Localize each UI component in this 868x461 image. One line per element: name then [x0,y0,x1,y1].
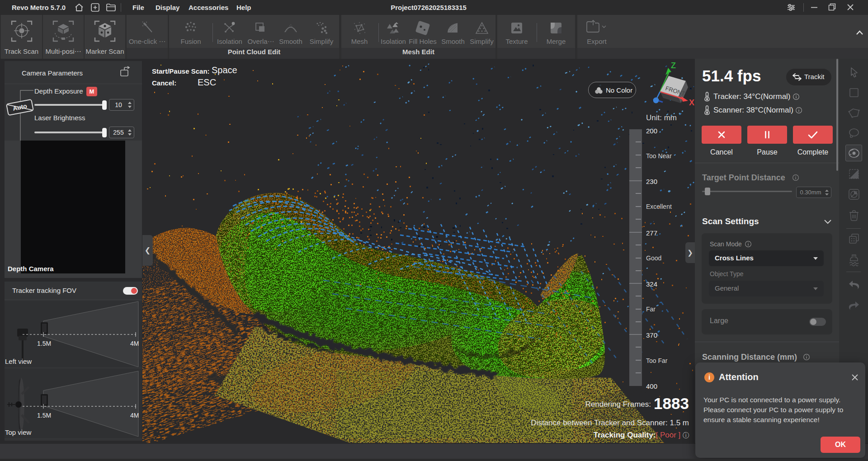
svg-text:1.5M: 1.5M [37,412,51,419]
svg-text:1.5M: 1.5M [37,340,51,347]
svg-text:4M: 4M [130,340,139,347]
svg-text:Z: Z [671,61,676,70]
svg-text:X: X [689,98,694,107]
svg-text:4M: 4M [130,412,139,419]
